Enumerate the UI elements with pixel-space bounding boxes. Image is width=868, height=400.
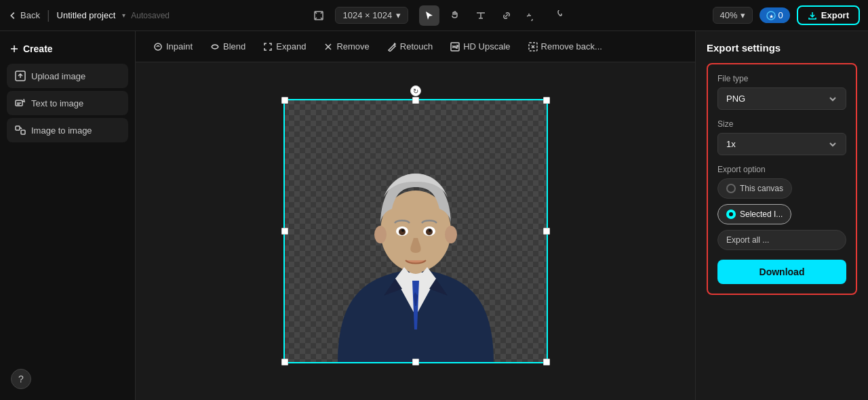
redo-icon (553, 10, 564, 21)
svg-point-7 (155, 43, 161, 50)
sidebar-item-upload-image[interactable]: Upload image (7, 64, 128, 88)
upload-icon (15, 71, 26, 81)
remove-back-button[interactable]: Remove back... (521, 38, 609, 55)
topbar: Back | Untitled project ▾ Autosaved 1024… (0, 0, 868, 31)
person-image (283, 99, 548, 363)
remove-icon (323, 42, 333, 52)
expand-button[interactable]: Expand (256, 38, 313, 55)
export-all-label: Export all ... (726, 235, 769, 245)
hd-upscale-button[interactable]: HD Upscale (443, 38, 517, 55)
redo-tool[interactable] (548, 5, 568, 26)
back-button[interactable]: Back (8, 10, 40, 20)
canvas-image[interactable]: ↻ (283, 99, 548, 363)
image-image-icon (15, 125, 26, 136)
size-select[interactable]: 1x (717, 133, 846, 155)
svg-text:★: ★ (768, 14, 773, 20)
text-icon (475, 10, 486, 21)
this-canvas-option[interactable]: This canvas (717, 178, 792, 199)
file-type-label: File type (717, 74, 846, 83)
export-icon (808, 11, 817, 20)
download-label: Download (760, 266, 805, 277)
inpaint-icon (153, 42, 163, 52)
canvas-toolbar: Inpaint Blend Expand Remove (136, 31, 695, 62)
undo-icon (527, 10, 538, 21)
topbar-left: Back | Untitled project ▾ Autosaved (8, 8, 170, 22)
tool-group (419, 5, 568, 26)
file-type-chevron (828, 94, 837, 104)
export-inner: File type PNG Size 1x Export (707, 63, 857, 295)
topbar-center: 1024 × 1024 ▾ (176, 5, 706, 26)
blend-label: Blend (223, 41, 245, 52)
canvas-size-selector[interactable]: 1024 × 1024 ▾ (335, 7, 408, 24)
retouch-icon (387, 42, 397, 52)
svg-point-19 (429, 229, 431, 232)
credit-button[interactable]: ★ 0 (760, 7, 790, 23)
link-tool[interactable] (496, 5, 517, 26)
retouch-button[interactable]: Retouch (380, 38, 439, 55)
image-to-image-label: Image to image (31, 125, 92, 136)
hd-upscale-label: HD Upscale (463, 41, 510, 52)
text-to-image-label: Text to image (31, 98, 83, 108)
help-button[interactable]: ? (11, 369, 31, 389)
radio-dot (729, 212, 733, 216)
blend-icon (210, 42, 220, 52)
link-icon (501, 10, 512, 21)
selected-option[interactable]: Selected I... (717, 204, 791, 224)
download-button[interactable]: Download (717, 260, 846, 284)
selected-radio (726, 209, 736, 219)
canvas-size-dropdown: ▾ (396, 10, 401, 20)
undo-tool[interactable] (522, 5, 542, 26)
canvas-content[interactable]: ↻ (136, 62, 695, 400)
this-canvas-radio (726, 184, 736, 193)
export-panel: Export settings File type PNG Size 1x (695, 31, 868, 400)
resize-icon (313, 10, 324, 21)
inpaint-button[interactable]: Inpaint (146, 38, 199, 55)
this-canvas-label: This canvas (740, 184, 783, 193)
zoom-value: 40% (720, 10, 738, 20)
zoom-selector[interactable]: 40% ▾ (713, 7, 753, 24)
svg-point-12 (374, 226, 387, 243)
size-field: Size 1x (717, 119, 846, 155)
export-label: Export (821, 10, 849, 20)
remove-button[interactable]: Remove (317, 38, 376, 55)
zoom-dropdown: ▾ (741, 10, 745, 20)
size-label: Size (717, 119, 846, 129)
divider: | (47, 8, 50, 22)
inpaint-label: Inpaint (166, 41, 193, 52)
file-type-value: PNG (726, 94, 745, 104)
sidebar-item-text-to-image[interactable]: Text to image (7, 91, 128, 115)
blend-button[interactable]: Blend (203, 38, 252, 55)
size-chevron (828, 140, 837, 149)
size-value: 1x (726, 139, 736, 149)
project-name[interactable]: Untitled project (57, 10, 116, 20)
help-label: ? (18, 374, 24, 384)
canvas-size-value: 1024 × 1024 (342, 10, 392, 20)
selected-label: Selected I... (740, 209, 783, 219)
resize-icon-group (313, 10, 324, 21)
rotate-handle[interactable]: ↻ (410, 85, 421, 96)
select-tool[interactable] (419, 5, 439, 26)
svg-rect-5 (16, 126, 20, 130)
export-all-button[interactable]: Export all ... (717, 230, 846, 250)
text-image-icon (15, 98, 26, 108)
credit-icon: ★ (766, 11, 776, 20)
expand-icon (263, 42, 273, 52)
move-tool[interactable] (445, 5, 465, 26)
sidebar-item-image-to-image[interactable]: Image to image (7, 118, 128, 142)
remove-back-icon (528, 42, 538, 52)
text-tool[interactable] (471, 5, 491, 26)
create-label: Create (23, 43, 53, 54)
svg-point-18 (401, 229, 404, 232)
create-icon (9, 44, 19, 54)
remove-label: Remove (336, 41, 369, 52)
upload-image-label: Upload image (31, 71, 85, 81)
project-name-dropdown[interactable]: ▾ (122, 12, 125, 19)
main-layout: Create Upload image Text to image Image … (0, 31, 868, 400)
file-type-select[interactable]: PNG (717, 87, 846, 110)
file-type-field: File type PNG (717, 74, 846, 110)
back-label: Back (20, 10, 40, 20)
hand-icon (450, 10, 460, 21)
export-button[interactable]: Export (797, 5, 860, 25)
remove-back-label: Remove back... (541, 41, 602, 52)
export-option-label: Export option (717, 165, 846, 174)
